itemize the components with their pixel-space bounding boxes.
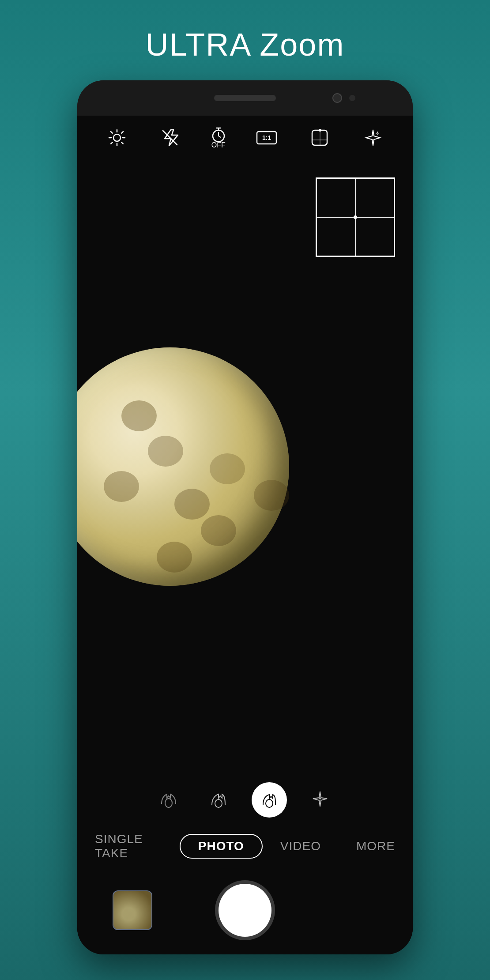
ratio-icon[interactable]: 1:1 <box>253 124 280 151</box>
viewfinder[interactable] <box>77 160 413 773</box>
photo-mode[interactable]: PHOTO <box>180 834 263 859</box>
svg-point-10 <box>319 798 321 799</box>
camera-screen: OFF 1:1 <box>77 116 413 954</box>
svg-point-8 <box>215 799 222 807</box>
shutter-area <box>77 866 413 954</box>
svg-point-6 <box>319 129 321 132</box>
effects-button[interactable] <box>305 784 335 815</box>
phone-frame: OFF 1:1 <box>77 80 413 954</box>
timer-icon[interactable]: OFF <box>210 126 227 149</box>
svg-point-7 <box>165 799 172 807</box>
more-mode[interactable]: MORE <box>339 839 413 853</box>
zoom-controls <box>77 773 413 826</box>
page-title: ULTRA Zoom <box>146 26 345 63</box>
moon <box>77 347 289 586</box>
video-mode[interactable]: VIDEO <box>263 839 339 853</box>
svg-rect-5 <box>312 130 327 145</box>
timer-off-label: OFF <box>211 141 226 149</box>
shutter-button[interactable] <box>219 884 271 937</box>
sparkle-icon[interactable] <box>360 124 386 151</box>
overlay-icon[interactable] <box>306 124 333 151</box>
svg-point-9 <box>266 799 273 807</box>
svg-point-0 <box>113 134 121 141</box>
mode-selector: SINGLE TAKE PHOTO VIDEO MORE <box>77 826 413 866</box>
focus-dot <box>354 215 357 219</box>
zoom-wide-button[interactable] <box>155 784 185 815</box>
camera-toolbar: OFF 1:1 <box>77 116 413 160</box>
phone-top-bar <box>77 80 413 116</box>
focus-grid <box>316 177 395 257</box>
gallery-thumbnail[interactable] <box>113 890 152 930</box>
svg-text:1:1: 1:1 <box>262 134 271 141</box>
front-sensor <box>349 95 355 101</box>
single-take-mode[interactable]: SINGLE TAKE <box>77 832 180 860</box>
phone-speaker <box>214 95 276 101</box>
settings-icon[interactable] <box>104 124 130 151</box>
flash-off-icon[interactable] <box>157 124 183 151</box>
front-camera <box>332 93 342 103</box>
zoom-active-button[interactable] <box>252 782 287 818</box>
camera-bottom: SINGLE TAKE PHOTO VIDEO MORE <box>77 773 413 954</box>
gallery-thumb-image <box>113 891 151 929</box>
zoom-mid-button[interactable] <box>203 784 234 815</box>
